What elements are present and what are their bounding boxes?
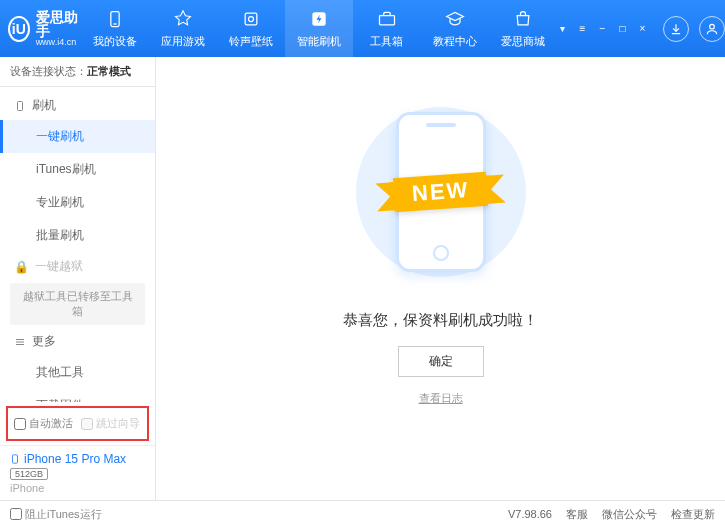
- app-url: www.i4.cn: [36, 38, 81, 47]
- user-button[interactable]: [699, 16, 725, 42]
- close-icon[interactable]: ×: [637, 23, 649, 35]
- menu-batch-flash[interactable]: 批量刷机: [0, 219, 155, 252]
- top-nav: 我的设备 应用游戏 铃声壁纸 智能刷机 工具箱 教程中心 爱思商城: [81, 0, 557, 57]
- nav-smart-flash[interactable]: 智能刷机: [285, 0, 353, 57]
- svg-rect-5: [379, 16, 394, 25]
- auto-activate-checkbox[interactable]: 自动激活: [14, 416, 73, 431]
- support-link[interactable]: 客服: [566, 507, 588, 522]
- main-content: NEW 恭喜您，保资料刷机成功啦！ 确定 查看日志: [156, 57, 725, 500]
- store-icon: [512, 8, 534, 30]
- nav-my-device[interactable]: 我的设备: [81, 0, 149, 57]
- success-message: 恭喜您，保资料刷机成功啦！: [343, 311, 538, 330]
- ok-button[interactable]: 确定: [398, 346, 484, 377]
- logo-icon: iU: [8, 16, 30, 42]
- nav-ringtones[interactable]: 铃声壁纸: [217, 0, 285, 57]
- tutorial-icon: [444, 8, 466, 30]
- device-type: iPhone: [10, 482, 145, 494]
- app-title: 爱思助手: [36, 10, 81, 38]
- window-controls: ▾ ≡ − □ ×: [557, 23, 649, 35]
- skip-guide-checkbox[interactable]: 跳过向导: [81, 416, 140, 431]
- svg-rect-7: [18, 101, 23, 110]
- nav-store[interactable]: 爱思商城: [489, 0, 557, 57]
- lock-icon: 🔒: [14, 260, 29, 274]
- device-storage: 512GB: [10, 468, 48, 480]
- nav-toolbox[interactable]: 工具箱: [353, 0, 421, 57]
- menu-other-tools[interactable]: 其他工具: [0, 356, 155, 389]
- menu-one-click-flash[interactable]: 一键刷机: [0, 120, 155, 153]
- group-flash[interactable]: 刷机: [0, 91, 155, 120]
- flash-icon: [308, 8, 330, 30]
- status-footer: 阻止iTunes运行 V7.98.66 客服 微信公众号 检查更新: [0, 500, 725, 527]
- version-label: V7.98.66: [508, 508, 552, 520]
- block-itunes-checkbox[interactable]: 阻止iTunes运行: [10, 507, 102, 522]
- wechat-link[interactable]: 微信公众号: [602, 507, 657, 522]
- svg-point-6: [709, 24, 714, 29]
- options-highlight-box: 自动激活 跳过向导: [6, 406, 149, 441]
- logo: iU 爱思助手 www.i4.cn: [8, 10, 81, 47]
- new-ribbon: NEW: [393, 172, 488, 212]
- apps-icon: [172, 8, 194, 30]
- device-name: iPhone 15 Pro Max: [10, 452, 145, 466]
- title-bar: iU 爱思助手 www.i4.cn 我的设备 应用游戏 铃声壁纸 智能刷机 工具…: [0, 0, 725, 57]
- check-update-link[interactable]: 检查更新: [671, 507, 715, 522]
- nav-apps-games[interactable]: 应用游戏: [149, 0, 217, 57]
- device-status: 设备连接状态： 正常模式: [0, 57, 155, 87]
- minimize-icon[interactable]: −: [597, 23, 609, 35]
- menu-download-firmware[interactable]: 下载固件: [0, 389, 155, 402]
- menu-pro-flash[interactable]: 专业刷机: [0, 186, 155, 219]
- sidebar: 设备连接状态： 正常模式 刷机 一键刷机 iTunes刷机 专业刷机 批量刷机 …: [0, 57, 156, 500]
- ringtone-icon: [240, 8, 262, 30]
- download-button[interactable]: [663, 16, 689, 42]
- group-more[interactable]: 更多: [0, 327, 155, 356]
- svg-point-3: [248, 17, 253, 22]
- view-log-link[interactable]: 查看日志: [419, 391, 463, 406]
- settings-icon[interactable]: ≡: [577, 23, 589, 35]
- phone-icon: [104, 8, 126, 30]
- menu-icon[interactable]: ▾: [557, 23, 569, 35]
- menu-itunes-flash[interactable]: iTunes刷机: [0, 153, 155, 186]
- success-illustration: NEW: [341, 97, 541, 287]
- jailbreak-moved-info: 越狱工具已转移至工具箱: [10, 283, 145, 325]
- svg-rect-11: [13, 455, 18, 463]
- device-info[interactable]: iPhone 15 Pro Max 512GB iPhone: [0, 445, 155, 500]
- toolbox-icon: [376, 8, 398, 30]
- group-jailbreak: 🔒 一键越狱: [0, 252, 155, 281]
- svg-rect-2: [245, 13, 257, 25]
- nav-tutorials[interactable]: 教程中心: [421, 0, 489, 57]
- maximize-icon[interactable]: □: [617, 23, 629, 35]
